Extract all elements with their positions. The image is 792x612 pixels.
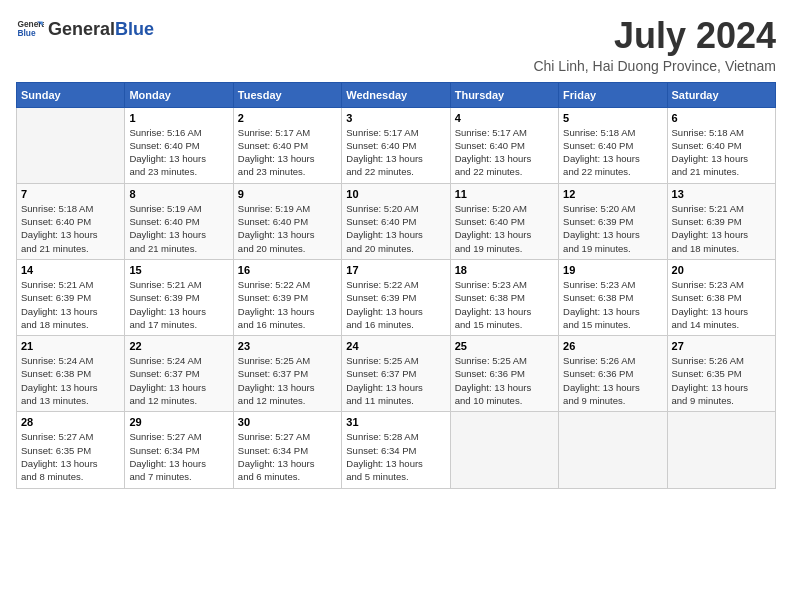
day-number: 3 xyxy=(346,112,445,124)
location-title: Chi Linh, Hai Duong Province, Vietnam xyxy=(533,58,776,74)
day-number: 4 xyxy=(455,112,554,124)
day-number: 27 xyxy=(672,340,771,352)
day-number: 24 xyxy=(346,340,445,352)
day-detail: Sunrise: 5:20 AM Sunset: 6:40 PM Dayligh… xyxy=(346,202,445,255)
day-detail: Sunrise: 5:21 AM Sunset: 6:39 PM Dayligh… xyxy=(129,278,228,331)
day-number: 30 xyxy=(238,416,337,428)
day-detail: Sunrise: 5:17 AM Sunset: 6:40 PM Dayligh… xyxy=(346,126,445,179)
calendar-cell: 27Sunrise: 5:26 AM Sunset: 6:35 PM Dayli… xyxy=(667,336,775,412)
logo-icon: General Blue xyxy=(16,16,44,44)
week-row-2: 7Sunrise: 5:18 AM Sunset: 6:40 PM Daylig… xyxy=(17,183,776,259)
weekday-header-monday: Monday xyxy=(125,82,233,107)
day-detail: Sunrise: 5:24 AM Sunset: 6:38 PM Dayligh… xyxy=(21,354,120,407)
calendar-cell: 9Sunrise: 5:19 AM Sunset: 6:40 PM Daylig… xyxy=(233,183,341,259)
logo-text-blue: Blue xyxy=(115,20,154,40)
day-number: 16 xyxy=(238,264,337,276)
calendar-cell: 19Sunrise: 5:23 AM Sunset: 6:38 PM Dayli… xyxy=(559,259,667,335)
calendar-cell: 11Sunrise: 5:20 AM Sunset: 6:40 PM Dayli… xyxy=(450,183,558,259)
day-detail: Sunrise: 5:17 AM Sunset: 6:40 PM Dayligh… xyxy=(238,126,337,179)
day-detail: Sunrise: 5:26 AM Sunset: 6:36 PM Dayligh… xyxy=(563,354,662,407)
week-row-3: 14Sunrise: 5:21 AM Sunset: 6:39 PM Dayli… xyxy=(17,259,776,335)
day-detail: Sunrise: 5:25 AM Sunset: 6:36 PM Dayligh… xyxy=(455,354,554,407)
weekday-header-sunday: Sunday xyxy=(17,82,125,107)
day-detail: Sunrise: 5:18 AM Sunset: 6:40 PM Dayligh… xyxy=(563,126,662,179)
day-detail: Sunrise: 5:23 AM Sunset: 6:38 PM Dayligh… xyxy=(455,278,554,331)
day-detail: Sunrise: 5:27 AM Sunset: 6:35 PM Dayligh… xyxy=(21,430,120,483)
calendar-cell: 14Sunrise: 5:21 AM Sunset: 6:39 PM Dayli… xyxy=(17,259,125,335)
day-detail: Sunrise: 5:16 AM Sunset: 6:40 PM Dayligh… xyxy=(129,126,228,179)
day-detail: Sunrise: 5:26 AM Sunset: 6:35 PM Dayligh… xyxy=(672,354,771,407)
day-number: 8 xyxy=(129,188,228,200)
calendar-cell xyxy=(559,412,667,488)
calendar-cell: 28Sunrise: 5:27 AM Sunset: 6:35 PM Dayli… xyxy=(17,412,125,488)
day-detail: Sunrise: 5:25 AM Sunset: 6:37 PM Dayligh… xyxy=(238,354,337,407)
day-detail: Sunrise: 5:21 AM Sunset: 6:39 PM Dayligh… xyxy=(672,202,771,255)
month-title: July 2024 xyxy=(533,16,776,56)
week-row-4: 21Sunrise: 5:24 AM Sunset: 6:38 PM Dayli… xyxy=(17,336,776,412)
calendar-cell xyxy=(17,107,125,183)
day-number: 13 xyxy=(672,188,771,200)
day-detail: Sunrise: 5:22 AM Sunset: 6:39 PM Dayligh… xyxy=(346,278,445,331)
calendar-cell: 21Sunrise: 5:24 AM Sunset: 6:38 PM Dayli… xyxy=(17,336,125,412)
day-detail: Sunrise: 5:18 AM Sunset: 6:40 PM Dayligh… xyxy=(672,126,771,179)
header: General Blue General Blue July 2024 Chi … xyxy=(16,16,776,74)
day-number: 11 xyxy=(455,188,554,200)
week-row-5: 28Sunrise: 5:27 AM Sunset: 6:35 PM Dayli… xyxy=(17,412,776,488)
day-number: 15 xyxy=(129,264,228,276)
calendar-cell: 8Sunrise: 5:19 AM Sunset: 6:40 PM Daylig… xyxy=(125,183,233,259)
day-number: 20 xyxy=(672,264,771,276)
calendar-cell: 17Sunrise: 5:22 AM Sunset: 6:39 PM Dayli… xyxy=(342,259,450,335)
week-row-1: 1Sunrise: 5:16 AM Sunset: 6:40 PM Daylig… xyxy=(17,107,776,183)
calendar-cell: 3Sunrise: 5:17 AM Sunset: 6:40 PM Daylig… xyxy=(342,107,450,183)
weekday-header-tuesday: Tuesday xyxy=(233,82,341,107)
day-detail: Sunrise: 5:27 AM Sunset: 6:34 PM Dayligh… xyxy=(238,430,337,483)
calendar-cell: 18Sunrise: 5:23 AM Sunset: 6:38 PM Dayli… xyxy=(450,259,558,335)
calendar-cell: 12Sunrise: 5:20 AM Sunset: 6:39 PM Dayli… xyxy=(559,183,667,259)
day-number: 6 xyxy=(672,112,771,124)
svg-text:Blue: Blue xyxy=(17,28,35,38)
day-number: 19 xyxy=(563,264,662,276)
logo-text-general: General xyxy=(48,20,115,40)
day-detail: Sunrise: 5:19 AM Sunset: 6:40 PM Dayligh… xyxy=(129,202,228,255)
weekday-header-row: SundayMondayTuesdayWednesdayThursdayFrid… xyxy=(17,82,776,107)
day-detail: Sunrise: 5:19 AM Sunset: 6:40 PM Dayligh… xyxy=(238,202,337,255)
calendar-cell: 22Sunrise: 5:24 AM Sunset: 6:37 PM Dayli… xyxy=(125,336,233,412)
day-number: 29 xyxy=(129,416,228,428)
calendar-cell: 1Sunrise: 5:16 AM Sunset: 6:40 PM Daylig… xyxy=(125,107,233,183)
day-number: 5 xyxy=(563,112,662,124)
day-number: 21 xyxy=(21,340,120,352)
day-detail: Sunrise: 5:22 AM Sunset: 6:39 PM Dayligh… xyxy=(238,278,337,331)
day-detail: Sunrise: 5:20 AM Sunset: 6:39 PM Dayligh… xyxy=(563,202,662,255)
day-detail: Sunrise: 5:20 AM Sunset: 6:40 PM Dayligh… xyxy=(455,202,554,255)
day-number: 12 xyxy=(563,188,662,200)
calendar-cell: 6Sunrise: 5:18 AM Sunset: 6:40 PM Daylig… xyxy=(667,107,775,183)
calendar-cell xyxy=(667,412,775,488)
day-detail: Sunrise: 5:28 AM Sunset: 6:34 PM Dayligh… xyxy=(346,430,445,483)
calendar-cell: 26Sunrise: 5:26 AM Sunset: 6:36 PM Dayli… xyxy=(559,336,667,412)
calendar-table: SundayMondayTuesdayWednesdayThursdayFrid… xyxy=(16,82,776,489)
day-number: 7 xyxy=(21,188,120,200)
calendar-cell: 29Sunrise: 5:27 AM Sunset: 6:34 PM Dayli… xyxy=(125,412,233,488)
calendar-cell: 5Sunrise: 5:18 AM Sunset: 6:40 PM Daylig… xyxy=(559,107,667,183)
calendar-cell: 2Sunrise: 5:17 AM Sunset: 6:40 PM Daylig… xyxy=(233,107,341,183)
day-number: 18 xyxy=(455,264,554,276)
day-number: 26 xyxy=(563,340,662,352)
day-number: 1 xyxy=(129,112,228,124)
calendar-cell: 31Sunrise: 5:28 AM Sunset: 6:34 PM Dayli… xyxy=(342,412,450,488)
weekday-header-wednesday: Wednesday xyxy=(342,82,450,107)
day-number: 28 xyxy=(21,416,120,428)
day-detail: Sunrise: 5:27 AM Sunset: 6:34 PM Dayligh… xyxy=(129,430,228,483)
day-detail: Sunrise: 5:17 AM Sunset: 6:40 PM Dayligh… xyxy=(455,126,554,179)
weekday-header-saturday: Saturday xyxy=(667,82,775,107)
calendar-cell: 30Sunrise: 5:27 AM Sunset: 6:34 PM Dayli… xyxy=(233,412,341,488)
day-detail: Sunrise: 5:24 AM Sunset: 6:37 PM Dayligh… xyxy=(129,354,228,407)
day-detail: Sunrise: 5:23 AM Sunset: 6:38 PM Dayligh… xyxy=(563,278,662,331)
day-detail: Sunrise: 5:23 AM Sunset: 6:38 PM Dayligh… xyxy=(672,278,771,331)
day-detail: Sunrise: 5:21 AM Sunset: 6:39 PM Dayligh… xyxy=(21,278,120,331)
calendar-cell: 16Sunrise: 5:22 AM Sunset: 6:39 PM Dayli… xyxy=(233,259,341,335)
day-number: 31 xyxy=(346,416,445,428)
day-detail: Sunrise: 5:18 AM Sunset: 6:40 PM Dayligh… xyxy=(21,202,120,255)
calendar-cell: 23Sunrise: 5:25 AM Sunset: 6:37 PM Dayli… xyxy=(233,336,341,412)
calendar-cell: 25Sunrise: 5:25 AM Sunset: 6:36 PM Dayli… xyxy=(450,336,558,412)
calendar-cell: 7Sunrise: 5:18 AM Sunset: 6:40 PM Daylig… xyxy=(17,183,125,259)
